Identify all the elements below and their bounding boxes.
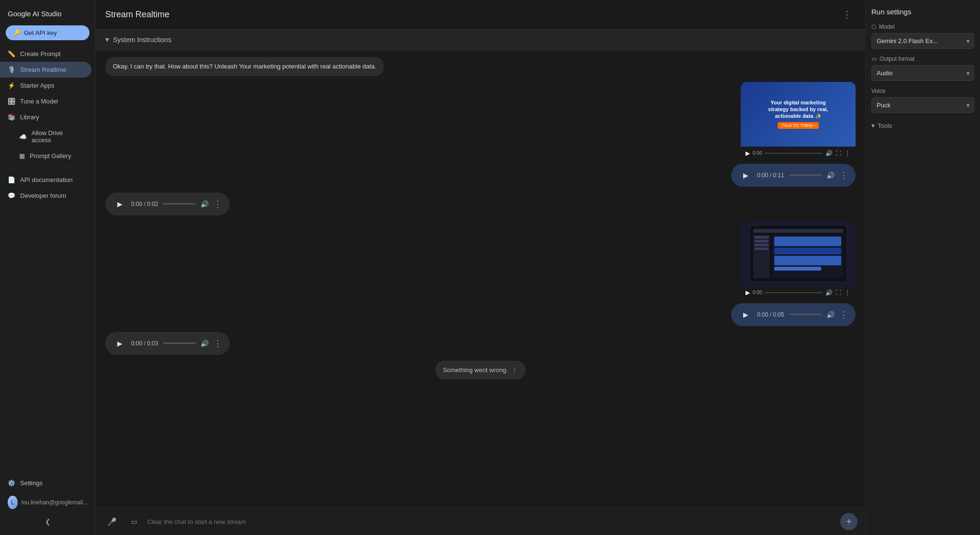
video-thumbnail-1: Your digital marketingstrategy backed by… — [741, 82, 856, 147]
settings-icon: ⚙️ — [8, 479, 15, 487]
audio-progress-user-2[interactable] — [163, 342, 196, 344]
audio-player-user-1: ▶ 0:00 / 0:02 🔊 ⋮ — [105, 193, 230, 216]
audio-play-button-model-1[interactable]: ▶ — [739, 169, 752, 182]
output-format-icon: ▭ — [871, 56, 877, 62]
forum-icon: 💬 — [8, 192, 15, 199]
chevron-down-icon: ▾ — [105, 35, 109, 44]
video-time-1: 0:00 — [753, 150, 762, 156]
audio-more-icon-user-2[interactable]: ⋮ — [213, 338, 222, 349]
mock-sidebar — [753, 235, 770, 278]
header-more-button[interactable]: ⋮ — [838, 7, 856, 22]
video-expand-icon-2[interactable]: ⛶ — [835, 289, 841, 296]
user-profile-row[interactable]: L lou.linehan@googlemail... — [0, 491, 95, 514]
model-content-group: Your digital marketingstrategy backed by… — [731, 82, 856, 187]
audio-volume-icon-model-1[interactable]: 🔊 — [826, 171, 835, 179]
audio-volume-icon-user-1[interactable]: 🔊 — [200, 200, 209, 208]
model-content-group-2: ▶ 0:00 🔊 ⛶ ⋮ ▶ 0:00 / 0:05 🔊 ⋮ — [731, 221, 856, 326]
video-expand-icon-1[interactable]: ⛶ — [835, 150, 841, 157]
audio-player-model-1: ▶ 0:00 / 0:11 🔊 ⋮ — [731, 164, 856, 187]
more-vert-icon: ⋮ — [842, 9, 852, 20]
sidebar-item-create-prompt[interactable]: ✏️ Create Prompt — [0, 46, 91, 62]
message-row: ▶ 0:00 / 0:03 🔊 ⋮ — [96, 329, 865, 358]
sidebar-item-api-documentation[interactable]: 📄 API documentation — [0, 172, 91, 188]
sidebar-item-prompt-gallery[interactable]: ▦ Prompt Gallery — [0, 148, 91, 164]
audio-more-icon-model-1[interactable]: ⋮ — [839, 170, 848, 181]
video-more-icon-2[interactable]: ⋮ — [844, 289, 851, 296]
audio-more-icon-user-1[interactable]: ⋮ — [213, 199, 222, 209]
video-player-1: Your digital marketingstrategy backed by… — [741, 82, 856, 160]
audio-play-button-user-1[interactable]: ▶ — [113, 197, 126, 211]
star-icon: ⚡ — [8, 82, 15, 89]
voice-select[interactable]: Puck Charon Kore Fenrir Aoede — [871, 97, 974, 113]
message-row: ▶ 0:00 🔊 ⛶ ⋮ ▶ 0:00 / 0:05 🔊 ⋮ — [96, 218, 865, 329]
tools-label: Tools — [878, 122, 892, 129]
error-text: Something went wrong. — [443, 365, 508, 375]
screen-share-button[interactable]: ▭ — [125, 513, 143, 530]
main-content: Stream Realtime ⋮ ▾ System Instructions … — [96, 0, 865, 535]
microphone-button[interactable]: 🎤 — [103, 513, 121, 530]
system-instructions-label: System Instructions — [113, 36, 171, 44]
gallery-icon: ▦ — [19, 152, 25, 159]
avatar: L — [8, 496, 18, 509]
message-row: Your digital marketingstrategy backed by… — [96, 79, 865, 190]
model-select-wrapper: Gemini 2.0 Flash Ex... ▾ — [871, 33, 974, 49]
app-logo: Google AI Studio — [0, 6, 95, 25]
error-more-icon[interactable]: ⋮ — [512, 365, 518, 375]
video-volume-icon-2[interactable]: 🔊 — [825, 289, 833, 296]
doc-icon: 📄 — [8, 176, 15, 183]
video-controls-1: ▶ 0:00 🔊 ⛶ ⋮ — [741, 147, 856, 160]
sidebar-item-starter-apps[interactable]: ⚡ Starter Apps — [0, 78, 91, 93]
sidebar: Google AI Studio 🔑 Get API key ✏️ Create… — [0, 0, 96, 535]
chat-input[interactable] — [147, 518, 835, 525]
video-play-button-2[interactable]: ▶ — [746, 289, 750, 296]
bottom-bar: 🎤 ▭ + — [96, 508, 865, 535]
audio-progress-user-1[interactable] — [163, 203, 196, 205]
user-email: lou.linehan@googlemail... — [22, 499, 88, 506]
sidebar-item-library[interactable]: 📚 Library — [0, 109, 91, 125]
message-row: Okay, I can try that. How about this? Un… — [96, 54, 865, 79]
tune-icon: 🎛️ — [8, 98, 15, 105]
output-format-select[interactable]: Audio Text — [871, 65, 974, 81]
sidebar-item-settings[interactable]: ⚙️ Settings — [0, 475, 91, 491]
sidebar-item-allow-drive-access[interactable]: ☁️ Allow Drive access — [0, 125, 91, 148]
video-play-button-1[interactable]: ▶ — [746, 150, 750, 157]
audio-progress-model-2[interactable] — [789, 314, 822, 315]
audio-player-model-2: ▶ 0:00 / 0:05 🔊 ⋮ — [731, 303, 856, 326]
audio-time-model-2: 0:00 / 0:05 — [757, 311, 784, 318]
audio-time-model-1: 0:00 / 0:11 — [757, 172, 784, 179]
mock-main-area — [772, 235, 843, 278]
model-select[interactable]: Gemini 2.0 Flash Ex... — [871, 33, 974, 49]
get-api-key-button[interactable]: 🔑 Get API key — [6, 25, 89, 40]
sidebar-collapse-button[interactable]: ❮ — [0, 514, 95, 529]
audio-play-button-model-2[interactable]: ▶ — [739, 308, 752, 321]
video-volume-icon-1[interactable]: 🔊 — [825, 150, 833, 157]
video-more-icon-1[interactable]: ⋮ — [844, 149, 851, 157]
model-icon: ⬡ — [871, 23, 876, 30]
audio-play-button-user-2[interactable]: ▶ — [113, 337, 126, 350]
add-button[interactable]: + — [840, 513, 858, 530]
key-icon: 🔑 — [13, 29, 21, 36]
tools-section[interactable]: ▾ Tools — [871, 120, 974, 131]
chat-area: ▾ System Instructions Okay, I can try th… — [96, 29, 865, 508]
run-settings-panel: Run settings ⬡ Model Gemini 2.0 Flash Ex… — [865, 0, 980, 535]
audio-progress-model-1[interactable] — [789, 174, 822, 176]
video-progress-bar-1[interactable] — [765, 153, 823, 154]
audio-more-icon-model-2[interactable]: ⋮ — [839, 309, 848, 320]
sidebar-item-tune-model[interactable]: 🎛️ Tune a Model — [0, 93, 91, 109]
error-message: Something went wrong. ⋮ — [435, 361, 526, 380]
audio-volume-icon-user-2[interactable]: 🔊 — [200, 340, 209, 347]
user-text-message: Okay, I can try that. How about this? Un… — [105, 57, 384, 76]
drive-icon: ☁️ — [19, 133, 27, 140]
video-controls-2: ▶ 0:00 🔊 ⛶ ⋮ — [741, 286, 856, 299]
audio-volume-icon-model-2[interactable]: 🔊 — [826, 311, 835, 319]
sidebar-item-stream-realtime[interactable]: 🎙️ Stream Realtime — [0, 62, 91, 78]
chevron-down-icon: ▾ — [871, 122, 875, 129]
system-instructions-bar[interactable]: ▾ System Instructions — [96, 29, 865, 50]
voice-label: Voice — [871, 88, 974, 94]
video-time-2: 0:00 — [753, 290, 762, 295]
video-progress-bar-2[interactable] — [765, 292, 823, 293]
mic-nav-icon: 🎙️ — [8, 66, 15, 73]
output-format-select-wrapper: Audio Text ▾ — [871, 65, 974, 81]
voice-select-wrapper: Puck Charon Kore Fenrir Aoede ▾ — [871, 97, 974, 113]
sidebar-item-developer-forum[interactable]: 💬 Developer forum — [0, 188, 91, 204]
